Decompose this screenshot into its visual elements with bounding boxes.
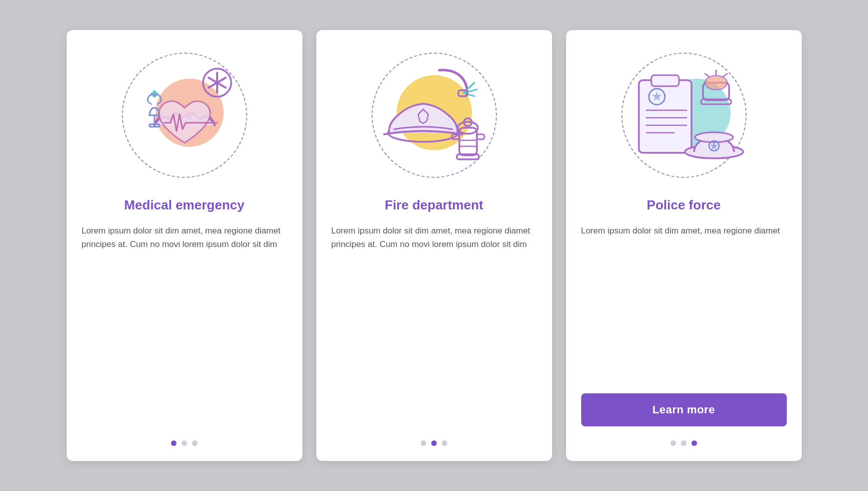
dot-1: [171, 440, 177, 446]
dot-1: [670, 440, 676, 446]
medical-text: Lorem ipsum dolor sit dim amet, mea regi…: [82, 224, 287, 426]
svg-rect-21: [639, 80, 691, 153]
fire-icon: [374, 55, 494, 175]
dot-2: [681, 440, 686, 446]
cards-container: Medical emergency Lorem ipsum dolor sit …: [67, 30, 802, 461]
svg-rect-3: [153, 91, 156, 97]
fire-text: Lorem ipsum dolor sit dim amet, mea regi…: [331, 224, 537, 426]
medical-icon: [124, 55, 245, 175]
dot-2: [182, 440, 187, 446]
card-medical: Medical emergency Lorem ipsum dolor sit …: [67, 30, 302, 461]
svg-point-29: [705, 76, 727, 90]
dot-2: [431, 440, 437, 446]
dot-3: [442, 440, 447, 446]
police-title: Police force: [647, 197, 721, 213]
learn-more-button[interactable]: Learn more: [581, 393, 787, 426]
police-dots: [670, 440, 697, 446]
dot-3: [691, 440, 697, 446]
medical-title: Medical emergency: [124, 197, 245, 213]
fire-dots: [421, 440, 447, 446]
fire-title: Fire department: [385, 197, 483, 213]
card-fire: Fire department Lorem ipsum dolor sit di…: [316, 30, 552, 461]
police-text: Lorem ipsum dolor sit dim amet, mea regi…: [581, 224, 787, 381]
medical-dots: [171, 440, 198, 446]
medical-illustration: [82, 45, 287, 185]
dot-3: [192, 440, 198, 446]
fire-illustration: [331, 45, 537, 185]
card-police: Police force Lorem ipsum dolor sit dim a…: [566, 30, 802, 461]
police-icon: [624, 55, 744, 175]
svg-rect-17: [457, 154, 479, 159]
svg-line-32: [705, 74, 709, 77]
police-illustration: [581, 45, 787, 185]
dot-1: [421, 440, 426, 446]
svg-line-31: [723, 74, 727, 77]
svg-rect-22: [651, 75, 679, 86]
svg-rect-16: [477, 134, 484, 139]
